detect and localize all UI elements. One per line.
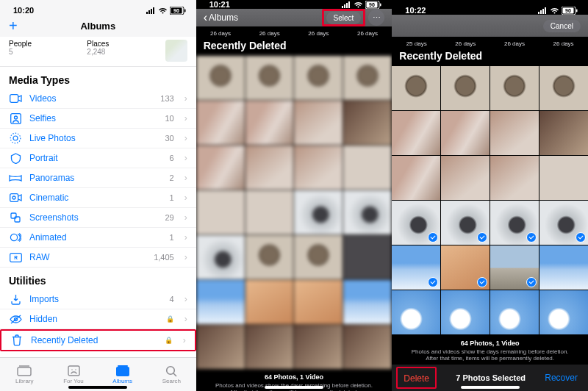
photo-thumb[interactable]	[343, 235, 392, 279]
photo-thumb[interactable]	[294, 56, 343, 100]
photo-thumb[interactable]	[294, 235, 343, 279]
places-album[interactable]: Places 2,248	[87, 40, 157, 62]
album-summary-row: People 5 Places 2,248	[0, 37, 196, 67]
label: Imports	[29, 294, 162, 304]
util-recently-deleted[interactable]: Recently Deleted 🔒›	[0, 329, 196, 351]
selected-badge-icon	[428, 232, 438, 243]
photo-thumb[interactable]	[294, 280, 343, 324]
photo-thumb[interactable]	[196, 280, 245, 324]
photo-thumb[interactable]	[441, 245, 490, 290]
photo-thumb[interactable]	[196, 325, 245, 369]
media-animated[interactable]: Animated 1›	[0, 228, 196, 248]
media-selfies[interactable]: Selfies 10›	[0, 109, 196, 129]
photo-thumb[interactable]	[441, 66, 490, 110]
label: Recently Deleted	[31, 335, 157, 345]
photo-thumb[interactable]	[539, 111, 588, 155]
svg-point-10	[14, 116, 17, 119]
photo-thumb[interactable]	[196, 235, 245, 279]
home-indicator[interactable]	[461, 386, 520, 389]
photo-thumb[interactable]	[196, 56, 245, 100]
chevron-right-icon: ›	[184, 212, 187, 223]
chevron-left-icon: ‹	[204, 11, 207, 24]
photo-thumb[interactable]	[392, 245, 440, 290]
svg-rect-23	[68, 366, 79, 376]
photo-thumb[interactable]	[490, 156, 539, 200]
photo-thumb[interactable]	[343, 56, 392, 100]
photo-thumb[interactable]	[245, 325, 294, 369]
photo-thumb[interactable]	[343, 280, 392, 324]
photo-grid[interactable]	[196, 56, 392, 369]
photo-thumb[interactable]	[441, 156, 490, 200]
photo-thumb[interactable]	[539, 66, 588, 110]
cancel-button[interactable]: Cancel	[543, 20, 581, 32]
util-hidden[interactable]: Hidden 🔒›	[0, 309, 196, 329]
home-indicator[interactable]	[68, 386, 127, 389]
svg-text:90: 90	[565, 8, 571, 13]
media-cinematic[interactable]: Cinematic 1›	[0, 188, 196, 208]
photo-thumb[interactable]	[490, 201, 539, 245]
photo-thumb[interactable]	[392, 156, 440, 200]
back-button[interactable]: ‹Albums	[204, 11, 238, 24]
delete-button[interactable]: Delete	[404, 373, 429, 384]
photo-thumb[interactable]	[245, 190, 294, 234]
photo-grid[interactable]	[392, 66, 588, 335]
label: Videos	[29, 93, 153, 104]
photo-thumb[interactable]	[490, 290, 539, 334]
label: Screenshots	[29, 212, 157, 223]
photo-thumb[interactable]	[245, 56, 294, 100]
photo-thumb[interactable]	[245, 280, 294, 324]
photo-thumb[interactable]	[441, 201, 490, 245]
count: 133	[160, 94, 173, 103]
media-raw[interactable]: R RAW 1,405›	[0, 248, 196, 268]
status-time: 10:22	[405, 6, 426, 15]
tab-search[interactable]: Search	[147, 358, 196, 391]
photo-thumb[interactable]	[539, 156, 588, 200]
more-button[interactable]: ⋯	[368, 10, 384, 26]
photo-thumb[interactable]	[539, 201, 588, 245]
utilities-heading: Utilities	[0, 268, 196, 290]
photo-thumb[interactable]	[441, 290, 490, 334]
media-panoramas[interactable]: Panoramas 2›	[0, 168, 196, 188]
photo-thumb[interactable]	[294, 325, 343, 369]
photo-thumb[interactable]	[343, 101, 392, 145]
people-count: 5	[9, 48, 79, 56]
photo-thumb[interactable]	[245, 101, 294, 145]
photo-thumb[interactable]	[539, 290, 588, 334]
photo-thumb[interactable]	[343, 325, 392, 369]
media-portrait[interactable]: Portrait 6›	[0, 148, 196, 168]
photo-thumb[interactable]	[490, 66, 539, 110]
photo-thumb[interactable]	[294, 146, 343, 190]
svg-rect-41	[540, 10, 542, 14]
photo-thumb[interactable]	[196, 101, 245, 145]
photo-thumb[interactable]	[392, 201, 440, 245]
util-imports[interactable]: Imports 4›	[0, 290, 196, 309]
status-indicators: 90	[538, 7, 578, 15]
media-screenshots[interactable]: Screenshots 29›	[0, 208, 196, 228]
tab-library[interactable]: Library	[0, 358, 49, 391]
photo-thumb[interactable]	[441, 111, 490, 155]
photo-thumb[interactable]	[490, 245, 539, 290]
recover-button[interactable]: Recover	[545, 373, 578, 383]
photo-thumb[interactable]	[343, 146, 392, 190]
places-map-thumb[interactable]	[165, 40, 187, 62]
home-indicator[interactable]	[265, 386, 323, 389]
add-album-button[interactable]: +	[9, 18, 18, 35]
people-album[interactable]: People 5	[9, 40, 79, 62]
photo-thumb[interactable]	[490, 111, 539, 155]
photo-thumb[interactable]	[392, 111, 440, 155]
selected-badge-icon	[526, 232, 537, 243]
photo-thumb[interactable]	[245, 235, 294, 279]
photo-thumb[interactable]	[245, 146, 294, 190]
photo-thumb[interactable]	[343, 190, 392, 234]
photo-thumb[interactable]	[392, 66, 440, 110]
photo-thumb[interactable]	[294, 101, 343, 145]
photo-thumb[interactable]	[196, 146, 245, 190]
photo-thumb[interactable]	[539, 245, 588, 290]
media-live-photos[interactable]: Live Photos 30›	[0, 129, 196, 148]
select-button[interactable]: Select	[326, 12, 362, 24]
photo-thumb[interactable]	[196, 190, 245, 234]
svg-rect-27	[342, 6, 343, 8]
photo-thumb[interactable]	[392, 290, 440, 334]
photo-thumb[interactable]	[294, 190, 343, 234]
media-videos[interactable]: Videos 133›	[0, 89, 196, 109]
